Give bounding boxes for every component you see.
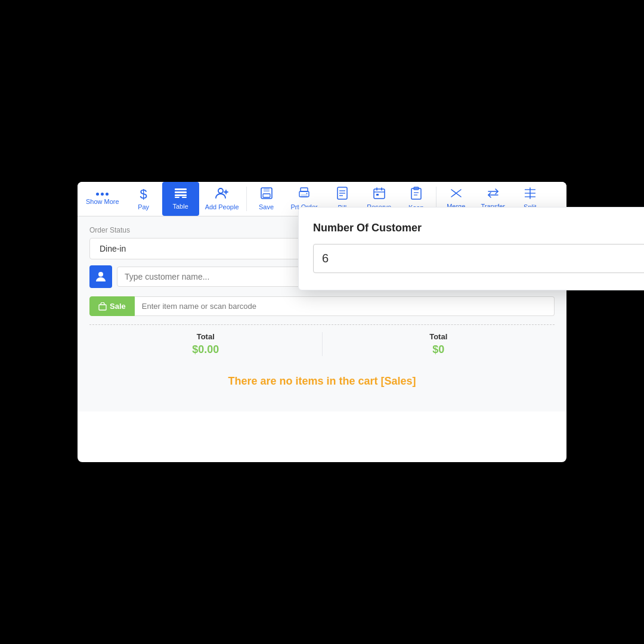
calendar-icon [373, 187, 385, 201]
empty-cart-message: There are no items in the cart [Sales] [89, 366, 555, 402]
pay-button[interactable]: $ Pay [125, 182, 162, 216]
total-left-label: Total [197, 332, 215, 341]
customer-count-input[interactable] [313, 244, 644, 273]
total-left: Total $0.00 [89, 332, 322, 356]
number-of-customer-popup: Number Of Customer [298, 207, 644, 290]
svg-rect-2 [175, 194, 187, 196]
popup-title: Number Of Customer [313, 222, 644, 234]
svg-rect-33 [99, 305, 106, 310]
svg-rect-1 [175, 191, 187, 193]
clipboard-icon [411, 187, 422, 202]
add-people-icon [215, 187, 229, 201]
svg-rect-9 [264, 188, 270, 192]
show-more-label: Show More [86, 198, 119, 205]
bill-icon [337, 187, 348, 202]
app-window: Show More $ Pay Table [78, 182, 566, 462]
svg-point-14 [306, 193, 308, 194]
pay-label: Pay [138, 203, 149, 210]
total-left-value: $0.00 [192, 343, 219, 356]
table-label: Table [172, 203, 188, 210]
item-search-input[interactable] [135, 296, 555, 316]
svg-rect-3 [175, 197, 179, 198]
merge-icon [450, 188, 463, 200]
table-icon [174, 188, 187, 200]
save-icon [261, 187, 273, 201]
sale-row: Sale [89, 296, 555, 316]
svg-rect-19 [374, 189, 385, 199]
transfer-icon [487, 188, 500, 200]
svg-point-5 [218, 188, 223, 193]
divider-1 [246, 187, 247, 211]
svg-rect-23 [376, 194, 379, 196]
svg-rect-11 [301, 188, 308, 191]
svg-rect-13 [301, 194, 307, 197]
svg-point-32 [98, 272, 103, 277]
total-right: Total $0 [322, 332, 555, 356]
svg-rect-0 [175, 188, 187, 190]
save-label: Save [259, 203, 274, 210]
add-people-label: Add People [205, 203, 239, 210]
total-right-label: Total [429, 332, 447, 341]
add-people-button[interactable]: Add People [199, 182, 245, 216]
customer-icon-button[interactable] [89, 265, 112, 288]
print-icon [298, 187, 310, 201]
svg-rect-4 [182, 197, 187, 198]
svg-rect-24 [411, 188, 421, 199]
show-more-button[interactable]: Show More [80, 182, 125, 216]
table-button[interactable]: Table [162, 182, 199, 216]
totals-row: Total $0.00 Total $0 [89, 324, 555, 356]
svg-rect-10 [263, 194, 270, 197]
save-button[interactable]: Save [248, 182, 285, 216]
split-icon [524, 187, 536, 201]
sale-button[interactable]: Sale [89, 296, 135, 316]
dots-icon [96, 193, 109, 196]
pay-icon: $ [140, 188, 147, 201]
total-right-value: $0 [432, 343, 444, 356]
